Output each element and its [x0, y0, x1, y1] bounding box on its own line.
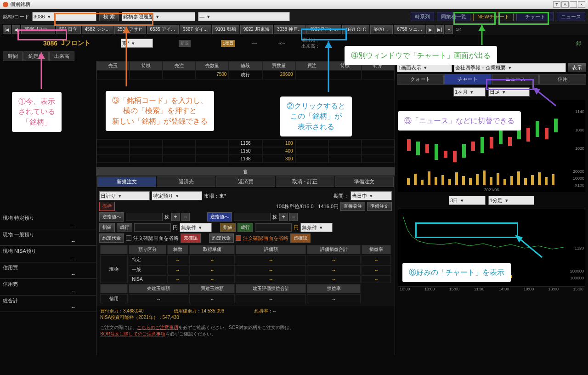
history-tab[interactable]: 9022 JR東海 [240, 25, 273, 34]
order-tab-buy[interactable]: 返済買 [216, 176, 275, 187]
skip-confirm-check[interactable] [126, 235, 131, 241]
code-input[interactable]: 3086 [32, 12, 96, 21]
order-tab-prepare[interactable]: 準備注文 [335, 176, 394, 187]
sell-confirm-button[interactable]: 売確認 [181, 233, 201, 243]
history-next-fast[interactable]: ▶| [435, 25, 444, 34]
timeseries-button[interactable]: 時系列 [411, 12, 434, 21]
history-prev[interactable]: ◀ [12, 25, 20, 34]
account-row: 信用買-- [0, 262, 96, 279]
board-row: 1150400 [96, 147, 395, 155]
yakudai-buy-button[interactable]: 約定代金 [209, 233, 234, 243]
history-tab[interactable]: 6758 ソニ… [394, 25, 425, 34]
history-tab[interactable]: 2502 アサヒ [114, 25, 146, 34]
condition-buy-select[interactable]: 無条件 [300, 223, 333, 232]
history-tab[interactable]: 3038 神戸… [274, 25, 305, 34]
rtab-quote[interactable]: クォート [397, 74, 444, 85]
history-tab[interactable]: 4661 OLC [342, 25, 370, 34]
hibakari-select[interactable]: 日計り [99, 191, 150, 200]
window-title: 個別銘柄 [10, 1, 30, 8]
position-table: 預り区分株数取得単価評価額評価損益合計損益率 現物特定---------- 一般… [99, 244, 392, 304]
rtab-chart[interactable]: チャート [444, 74, 491, 85]
prevday-label: 前日比： [301, 37, 320, 42]
period2-select[interactable]: 3日 [449, 196, 486, 205]
limit-button[interactable]: 指値 [99, 223, 115, 232]
history-tab[interactable]: 6920 … [370, 25, 393, 34]
order-tabs: 新規注文 返済売 返済買 取消・訂正 準備注文 [96, 176, 395, 188]
app-icon [3, 2, 8, 7]
period1-select[interactable]: 1ヶ月 [453, 87, 486, 97]
dash-select[interactable]: ― [198, 12, 290, 21]
period-select[interactable]: 当日中 [351, 191, 392, 200]
warning-link[interactable]: こちらのご注意事項 [137, 325, 178, 330]
ashi1-select[interactable]: 日足 [488, 87, 530, 97]
sor-link[interactable]: SOR注文に際してのご注意事項 [100, 331, 165, 336]
history-tab[interactable]: 4933 Pアン… [306, 25, 341, 34]
sell-price-input[interactable] [134, 223, 171, 232]
annotation-3: ③「銘柄コード」を入力し、 横の「検索」を押すと 新しい「銘柄」が登録できる [106, 91, 214, 131]
annotation-1: ①今、表示 されている 「銘柄」 [12, 92, 62, 132]
qty-down-buy[interactable]: − [289, 213, 298, 221]
history-tab[interactable]: 4582 シン… [82, 25, 113, 34]
qty-down[interactable]: − [181, 213, 190, 221]
unit-label: 100株単位/816.0 - 1416.0円 [276, 203, 339, 210]
right-column: 1画面表示 会社四季報－企業概要 表示 クォート チャート ニュース 信用 1ヶ… [395, 61, 588, 355]
history-tabstrip: |◀ ◀ 3086 Jフロ… 501 日立 4582 シン… 2502 アサヒ … [0, 24, 588, 35]
prepare-order-button[interactable]: 準備注文 [367, 202, 392, 211]
pager-label: 1/4 [456, 27, 462, 32]
market-buy-button[interactable]: 成行 [237, 223, 253, 232]
search-button[interactable]: 検 索 [99, 12, 119, 21]
chart-button[interactable]: チャート [516, 12, 554, 21]
tab-price[interactable]: 約定値 [23, 51, 49, 61]
stop-buy-button[interactable]: 逆指値へ [207, 212, 232, 222]
same-industry-button[interactable]: 同業種一覧 [437, 12, 470, 21]
tab-volume[interactable]: 出来高 [49, 51, 74, 61]
history-tab[interactable]: 3086 Jフロ… [21, 25, 55, 34]
tab-time[interactable]: 時間 [3, 51, 23, 61]
limit-buy-button[interactable]: 指値 [220, 223, 236, 232]
account-select[interactable]: 特定預り [152, 191, 202, 200]
rtab-news[interactable]: ニュース [492, 74, 539, 85]
display-button[interactable]: 表示 [568, 63, 586, 72]
left-tabs: 時間 約定値 出来高 [0, 51, 588, 61]
annotation-6: ⑥好みの「チャート」を表示 [402, 263, 511, 282]
order-tab-new[interactable]: 新規注文 [97, 176, 156, 187]
qty-up[interactable]: + [171, 213, 180, 221]
order-form: 日計り 特定預り 市場：東* 期間： 当日中 売枠 100株単位/816.0 -… [96, 188, 395, 306]
yakudai-button[interactable]: 約定代金 [99, 233, 124, 243]
order-tab-sell[interactable]: 返済売 [157, 176, 215, 187]
market-button[interactable]: 成行 [117, 223, 132, 232]
buy-price-input[interactable] [255, 223, 292, 232]
history-prev-fast[interactable]: |◀ [3, 25, 11, 34]
history-tab[interactable]: 501 日立 [56, 25, 80, 34]
history-tab[interactable]: 6535 アイ… [147, 25, 179, 34]
history-next[interactable]: ▶ [426, 25, 435, 34]
skip-confirm-buy-check[interactable] [236, 235, 241, 241]
titlebar-min-button[interactable] [570, 1, 577, 8]
market-select[interactable]: 東* [121, 39, 153, 48]
qty-up-buy[interactable]: + [279, 213, 288, 221]
new-chart-button[interactable]: NEWチャート [473, 12, 514, 21]
trash-icon[interactable]: 🗑 [96, 167, 395, 176]
condition-select[interactable]: 無条件 [180, 223, 212, 232]
news-button[interactable]: ニュース [557, 12, 585, 21]
time-dashes: --:-- [278, 41, 285, 45]
register-label[interactable]: 録 [576, 40, 582, 47]
history-select[interactable]: 銘柄参照履歴 [122, 12, 195, 21]
order-tab-cancel[interactable]: 取消・訂正 [276, 176, 334, 187]
annotation-4: ④別ウィンドウで「チャート」画面が出る [345, 46, 497, 65]
titlebar-a-button[interactable]: A [561, 1, 569, 8]
history-tab[interactable]: 6367 ダイ… [180, 25, 211, 34]
history-tab[interactable]: 9101 郵船 [212, 25, 239, 34]
buy-qty-input[interactable] [234, 213, 271, 221]
titlebar-t-button[interactable]: T [553, 1, 560, 8]
buy-confirm-button[interactable]: 買確認 [290, 233, 311, 243]
annotation-5: ⑤「ニュース」などに切替できる [398, 111, 521, 131]
account-row: 現物 特定預り-- [0, 213, 96, 229]
sell-qty-input[interactable] [126, 213, 163, 221]
direct-order-button[interactable]: 直接発注 [340, 202, 365, 211]
history-add[interactable]: + [445, 25, 453, 34]
ashi2-select[interactable]: 1分足 [488, 196, 534, 205]
rtab-credit[interactable]: 信用 [539, 74, 586, 85]
titlebar-close-button[interactable]: × [578, 1, 585, 8]
stop-sell-button[interactable]: 逆指値へ [99, 212, 124, 222]
